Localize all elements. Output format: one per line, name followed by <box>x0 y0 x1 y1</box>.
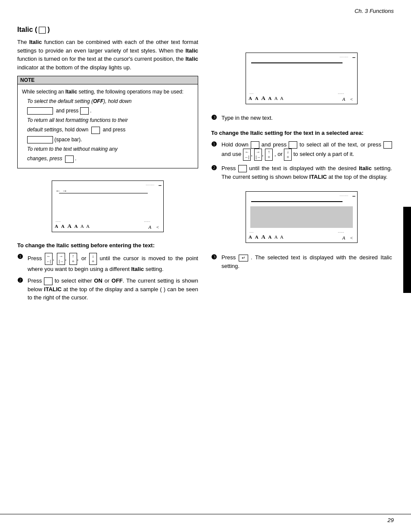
display3-cursor-line <box>251 201 342 202</box>
display1-chars: A A A A A A <box>55 223 90 230</box>
page-container: Ch. 3 Functions Italic () The Italic fun… <box>0 0 411 532</box>
key-blank-2 <box>91 127 100 134</box>
note-section-3: To return to the text without making any… <box>27 145 193 162</box>
step-2-3-item: ❸ Press ↵ . The selected text is display… <box>211 253 392 270</box>
key-italic-toggle2 <box>238 165 247 172</box>
page-footer: 29 <box>0 514 411 523</box>
key-arrow-left: ←←| <box>45 253 53 265</box>
step-2-2-text: Press until the text is displayed with t… <box>221 164 392 181</box>
note-content: While selecting an Italic setting, the f… <box>18 84 198 168</box>
key-blank-wide <box>27 107 53 115</box>
note-line-1b: and press . <box>27 107 193 115</box>
note-line-2c: (space bar). <box>27 136 193 143</box>
note-section-1: To select the default setting (OFF), hol… <box>27 97 193 115</box>
display2-bottom-dots-right: ...... <box>338 91 344 94</box>
step-2-number: ❷ <box>17 277 26 284</box>
display-screen-3: ....... – .... ...... A A A A A A A < <box>246 191 358 243</box>
step-2-2-number: ❷ <box>211 164 220 172</box>
step-2-item: ❷ Press to select either ON or OFF. The … <box>17 277 198 302</box>
display1-top-dots: ....... <box>146 183 155 186</box>
key-blank-small <box>80 107 89 115</box>
right-column: ....... – .... ...... A A A A A A A < ❸ … <box>211 43 392 274</box>
step-2-text: Press to select either ON or OFF. The cu… <box>28 277 198 302</box>
note-line-2: To return all text formatting functions … <box>27 116 193 124</box>
display2-bottom-dots-left: .... <box>249 91 254 94</box>
note-line-2b: default settings, hold down and press <box>27 126 193 134</box>
note-header: NOTE <box>18 76 198 84</box>
side-tab <box>403 207 411 293</box>
step-2-3-text: Press ↵ . The selected text is displayed… <box>221 253 392 270</box>
title-key-box <box>39 27 46 34</box>
display3-chars: A A A A A A <box>249 233 284 240</box>
page-header: Ch. 3 Functions <box>355 8 394 14</box>
display3-selected-area <box>250 206 353 228</box>
step-3-item-right: ❸ Type in the new text. <box>211 114 392 122</box>
step-list-1: ❶ Press ←←|, →|→, ↑÷, or ↓÷ until the cu… <box>17 253 198 302</box>
step-1-number: ❶ <box>17 253 26 261</box>
key2-arrow-down: ↓÷ <box>284 149 292 161</box>
key-arrow-down: ↓÷ <box>89 253 97 265</box>
note-line-3: To return to the text without making any <box>27 145 193 153</box>
key-hold <box>251 141 259 149</box>
subsection-1-heading: To change the Italic setting before ente… <box>17 242 198 249</box>
display-screen-2: ....... – .... ...... A A A A A A A < <box>246 53 358 104</box>
display3-minus: – <box>352 193 355 199</box>
step-1-item: ❶ Press ←←|, →|→, ↑÷, or ↓÷ until the cu… <box>17 253 198 274</box>
display2-top-dots: ....... <box>339 55 349 58</box>
key-arrow-right: →|→ <box>57 253 65 265</box>
note-box: NOTE While selecting an Italic setting, … <box>17 76 198 168</box>
key2-arrow-right: →|→ <box>254 149 262 161</box>
page-number: 29 <box>388 517 394 523</box>
body-paragraph-1: The Italic function can be combined with… <box>17 38 198 72</box>
note-label: NOTE <box>20 77 34 83</box>
key-arrow-up: ↑÷ <box>69 253 77 265</box>
display2-minus: – <box>352 54 355 60</box>
display3-bottom-dots-right: ...... <box>338 230 344 233</box>
step-list-2: ❶ Hold down and press to select all of t… <box>211 140 392 181</box>
display2-chars-right: A < <box>342 96 354 102</box>
step-3-text-right: Type in the new text. <box>221 114 273 122</box>
key-press <box>289 141 297 149</box>
display1-cursor-line <box>59 193 148 194</box>
display2-chars: A A A A A A <box>249 95 284 102</box>
display-3-wrapper: ....... – .... ...... A A A A A A A < <box>211 186 392 248</box>
step-1-text: Press ←←|, →|→, ↑÷, or ↓÷ until the curs… <box>28 253 198 274</box>
note-line-1: To select the default setting (OFF), hol… <box>27 97 193 105</box>
title-text: Italic ( <box>17 26 37 33</box>
note-section-2: To return all text formatting functions … <box>27 116 193 143</box>
title-paren: ) <box>47 26 50 33</box>
display-1-wrapper: ....... – ← → ..... ...... A A A A A A A… <box>17 175 198 237</box>
header-text: Ch. 3 Functions <box>355 8 394 14</box>
note-line-3b: changes, press . <box>27 155 193 162</box>
key-press2 <box>383 141 392 149</box>
display1-bottom-dots-left: ..... <box>56 219 61 222</box>
key2-arrow-left: ←←| <box>243 149 251 161</box>
key-space <box>27 136 53 143</box>
display1-chars-right: A < <box>149 224 160 230</box>
display-2-wrapper: ....... – .... ...... A A A A A A A < <box>211 47 392 109</box>
display3-bottom-dots-left: .... <box>249 230 254 233</box>
step-3-number-right: ❸ <box>211 114 220 121</box>
display-screen-1: ....... – ← → ..... ...... A A A A A A A… <box>52 180 164 232</box>
display2-cursor-line <box>251 62 342 63</box>
note-intro: While selecting an Italic setting, the f… <box>22 88 193 96</box>
key-blank-3 <box>65 156 74 163</box>
step-2-1-number: ❶ <box>211 140 220 148</box>
key2-arrow-up: ↑÷ <box>265 149 273 161</box>
key-enter: ↵ <box>239 255 248 261</box>
step-2-3-number: ❸ <box>211 253 220 261</box>
subsection-2-heading: To change the Italic setting for the tex… <box>211 129 392 137</box>
display1-bottom-dots-right: ...... <box>144 219 150 222</box>
section-title: Italic () <box>17 26 198 34</box>
step-2-1-text: Hold down and press to select all of the… <box>221 140 392 161</box>
display3-chars-right: A < <box>342 235 354 240</box>
key-italic-toggle <box>44 277 53 285</box>
left-column: Italic () The Italic function can be com… <box>17 26 198 307</box>
display3-top-dots: ....... <box>339 193 349 196</box>
step-2-2-item: ❷ Press until the text is displayed with… <box>211 164 392 181</box>
step-2-1-item: ❶ Hold down and press to select all of t… <box>211 140 392 161</box>
display1-minus: – <box>159 182 162 188</box>
